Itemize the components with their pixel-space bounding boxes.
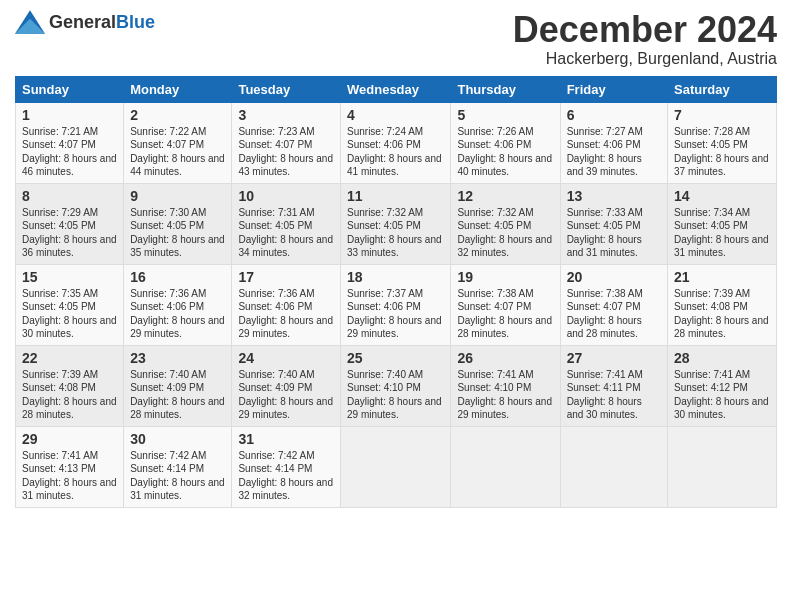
logo-text-general: General xyxy=(49,12,116,32)
day-details: Sunrise: 7:34 AMSunset: 4:05 PMDaylight:… xyxy=(674,207,769,259)
day-details: Sunrise: 7:24 AMSunset: 4:06 PMDaylight:… xyxy=(347,126,442,178)
day-number: 29 xyxy=(22,431,117,447)
calendar-day-cell: 4Sunrise: 7:24 AMSunset: 4:06 PMDaylight… xyxy=(341,102,451,183)
calendar-day-cell: 22Sunrise: 7:39 AMSunset: 4:08 PMDayligh… xyxy=(16,345,124,426)
day-details: Sunrise: 7:38 AMSunset: 4:07 PMDaylight:… xyxy=(567,288,643,340)
day-number: 23 xyxy=(130,350,225,366)
day-details: Sunrise: 7:36 AMSunset: 4:06 PMDaylight:… xyxy=(238,288,333,340)
day-details: Sunrise: 7:41 AMSunset: 4:10 PMDaylight:… xyxy=(457,369,552,421)
weekday-header-cell: Friday xyxy=(560,76,667,102)
day-number: 17 xyxy=(238,269,334,285)
calendar-week-row: 22Sunrise: 7:39 AMSunset: 4:08 PMDayligh… xyxy=(16,345,777,426)
day-number: 16 xyxy=(130,269,225,285)
calendar-day-cell: 17Sunrise: 7:36 AMSunset: 4:06 PMDayligh… xyxy=(232,264,341,345)
calendar-day-cell xyxy=(341,426,451,507)
day-number: 3 xyxy=(238,107,334,123)
calendar-day-cell: 2Sunrise: 7:22 AMSunset: 4:07 PMDaylight… xyxy=(124,102,232,183)
day-number: 21 xyxy=(674,269,770,285)
calendar-header: SundayMondayTuesdayWednesdayThursdayFrid… xyxy=(16,76,777,102)
calendar-day-cell: 5Sunrise: 7:26 AMSunset: 4:06 PMDaylight… xyxy=(451,102,560,183)
svg-marker-1 xyxy=(15,19,45,34)
day-details: Sunrise: 7:35 AMSunset: 4:05 PMDaylight:… xyxy=(22,288,117,340)
calendar-body: 1Sunrise: 7:21 AMSunset: 4:07 PMDaylight… xyxy=(16,102,777,507)
weekday-header-cell: Monday xyxy=(124,76,232,102)
day-details: Sunrise: 7:32 AMSunset: 4:05 PMDaylight:… xyxy=(457,207,552,259)
calendar-day-cell xyxy=(451,426,560,507)
title-area: December 2024 Hackerberg, Burgenland, Au… xyxy=(513,10,777,68)
day-details: Sunrise: 7:42 AMSunset: 4:14 PMDaylight:… xyxy=(238,450,333,502)
day-number: 14 xyxy=(674,188,770,204)
calendar-day-cell: 29Sunrise: 7:41 AMSunset: 4:13 PMDayligh… xyxy=(16,426,124,507)
day-details: Sunrise: 7:32 AMSunset: 4:05 PMDaylight:… xyxy=(347,207,442,259)
calendar-day-cell: 23Sunrise: 7:40 AMSunset: 4:09 PMDayligh… xyxy=(124,345,232,426)
calendar-day-cell: 13Sunrise: 7:33 AMSunset: 4:05 PMDayligh… xyxy=(560,183,667,264)
calendar-day-cell: 21Sunrise: 7:39 AMSunset: 4:08 PMDayligh… xyxy=(668,264,777,345)
calendar-day-cell: 1Sunrise: 7:21 AMSunset: 4:07 PMDaylight… xyxy=(16,102,124,183)
calendar-day-cell: 28Sunrise: 7:41 AMSunset: 4:12 PMDayligh… xyxy=(668,345,777,426)
day-number: 18 xyxy=(347,269,444,285)
weekday-header-cell: Sunday xyxy=(16,76,124,102)
day-details: Sunrise: 7:38 AMSunset: 4:07 PMDaylight:… xyxy=(457,288,552,340)
calendar-day-cell: 20Sunrise: 7:38 AMSunset: 4:07 PMDayligh… xyxy=(560,264,667,345)
day-number: 24 xyxy=(238,350,334,366)
day-number: 11 xyxy=(347,188,444,204)
calendar-day-cell: 27Sunrise: 7:41 AMSunset: 4:11 PMDayligh… xyxy=(560,345,667,426)
calendar-week-row: 29Sunrise: 7:41 AMSunset: 4:13 PMDayligh… xyxy=(16,426,777,507)
day-number: 31 xyxy=(238,431,334,447)
day-details: Sunrise: 7:41 AMSunset: 4:13 PMDaylight:… xyxy=(22,450,117,502)
page-header: GeneralBlue December 2024 Hackerberg, Bu… xyxy=(15,10,777,68)
day-details: Sunrise: 7:40 AMSunset: 4:09 PMDaylight:… xyxy=(238,369,333,421)
day-details: Sunrise: 7:29 AMSunset: 4:05 PMDaylight:… xyxy=(22,207,117,259)
calendar-day-cell: 31Sunrise: 7:42 AMSunset: 4:14 PMDayligh… xyxy=(232,426,341,507)
day-number: 26 xyxy=(457,350,553,366)
calendar-day-cell: 24Sunrise: 7:40 AMSunset: 4:09 PMDayligh… xyxy=(232,345,341,426)
day-details: Sunrise: 7:31 AMSunset: 4:05 PMDaylight:… xyxy=(238,207,333,259)
day-details: Sunrise: 7:30 AMSunset: 4:05 PMDaylight:… xyxy=(130,207,225,259)
day-number: 28 xyxy=(674,350,770,366)
calendar-day-cell: 30Sunrise: 7:42 AMSunset: 4:14 PMDayligh… xyxy=(124,426,232,507)
day-details: Sunrise: 7:41 AMSunset: 4:12 PMDaylight:… xyxy=(674,369,769,421)
day-number: 20 xyxy=(567,269,661,285)
day-number: 10 xyxy=(238,188,334,204)
day-details: Sunrise: 7:21 AMSunset: 4:07 PMDaylight:… xyxy=(22,126,117,178)
day-number: 8 xyxy=(22,188,117,204)
day-details: Sunrise: 7:33 AMSunset: 4:05 PMDaylight:… xyxy=(567,207,643,259)
calendar-day-cell: 3Sunrise: 7:23 AMSunset: 4:07 PMDaylight… xyxy=(232,102,341,183)
calendar-day-cell xyxy=(560,426,667,507)
day-details: Sunrise: 7:26 AMSunset: 4:06 PMDaylight:… xyxy=(457,126,552,178)
calendar-week-row: 15Sunrise: 7:35 AMSunset: 4:05 PMDayligh… xyxy=(16,264,777,345)
day-number: 27 xyxy=(567,350,661,366)
calendar-week-row: 8Sunrise: 7:29 AMSunset: 4:05 PMDaylight… xyxy=(16,183,777,264)
logo-text-blue: Blue xyxy=(116,12,155,32)
day-details: Sunrise: 7:36 AMSunset: 4:06 PMDaylight:… xyxy=(130,288,225,340)
day-number: 4 xyxy=(347,107,444,123)
calendar-day-cell: 19Sunrise: 7:38 AMSunset: 4:07 PMDayligh… xyxy=(451,264,560,345)
calendar-day-cell: 18Sunrise: 7:37 AMSunset: 4:06 PMDayligh… xyxy=(341,264,451,345)
month-title: December 2024 xyxy=(513,10,777,50)
day-number: 30 xyxy=(130,431,225,447)
day-details: Sunrise: 7:22 AMSunset: 4:07 PMDaylight:… xyxy=(130,126,225,178)
logo: GeneralBlue xyxy=(15,10,155,34)
calendar-day-cell: 12Sunrise: 7:32 AMSunset: 4:05 PMDayligh… xyxy=(451,183,560,264)
calendar-day-cell: 11Sunrise: 7:32 AMSunset: 4:05 PMDayligh… xyxy=(341,183,451,264)
day-number: 2 xyxy=(130,107,225,123)
day-details: Sunrise: 7:39 AMSunset: 4:08 PMDaylight:… xyxy=(674,288,769,340)
day-number: 13 xyxy=(567,188,661,204)
day-details: Sunrise: 7:27 AMSunset: 4:06 PMDaylight:… xyxy=(567,126,643,178)
day-details: Sunrise: 7:40 AMSunset: 4:09 PMDaylight:… xyxy=(130,369,225,421)
calendar-day-cell: 7Sunrise: 7:28 AMSunset: 4:05 PMDaylight… xyxy=(668,102,777,183)
calendar-day-cell: 16Sunrise: 7:36 AMSunset: 4:06 PMDayligh… xyxy=(124,264,232,345)
weekday-header-cell: Thursday xyxy=(451,76,560,102)
logo-icon xyxy=(15,10,45,34)
day-details: Sunrise: 7:42 AMSunset: 4:14 PMDaylight:… xyxy=(130,450,225,502)
weekday-header-cell: Saturday xyxy=(668,76,777,102)
day-number: 9 xyxy=(130,188,225,204)
day-details: Sunrise: 7:28 AMSunset: 4:05 PMDaylight:… xyxy=(674,126,769,178)
day-number: 15 xyxy=(22,269,117,285)
day-number: 19 xyxy=(457,269,553,285)
day-number: 25 xyxy=(347,350,444,366)
weekday-header-cell: Wednesday xyxy=(341,76,451,102)
day-number: 5 xyxy=(457,107,553,123)
day-details: Sunrise: 7:40 AMSunset: 4:10 PMDaylight:… xyxy=(347,369,442,421)
day-details: Sunrise: 7:37 AMSunset: 4:06 PMDaylight:… xyxy=(347,288,442,340)
